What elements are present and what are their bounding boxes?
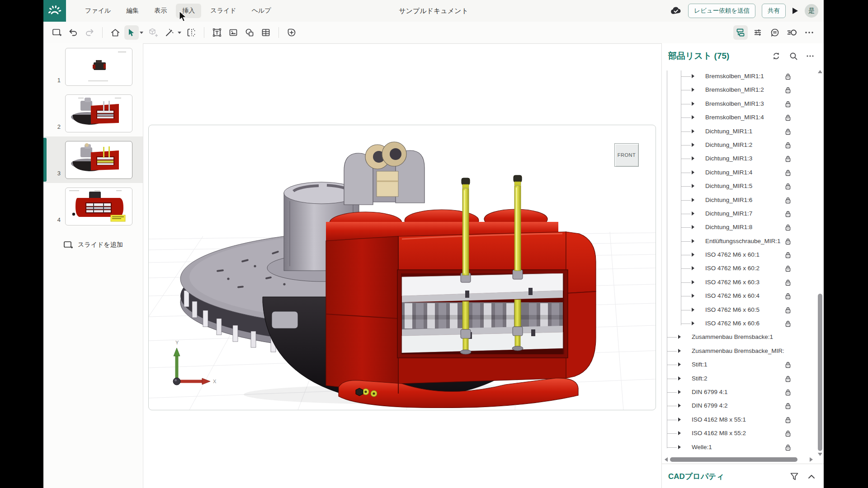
expand-arrow-icon[interactable]	[692, 129, 694, 133]
insert-3d-icon[interactable]	[146, 25, 160, 40]
parts-list-item[interactable]: ISO 4162 M8 x 55:1	[662, 413, 814, 427]
expand-arrow-icon[interactable]	[678, 404, 681, 408]
comment-add-icon[interactable]	[284, 25, 299, 40]
lock-icon[interactable]	[785, 417, 791, 423]
expand-arrow-icon[interactable]	[692, 211, 694, 216]
expand-arrow-icon[interactable]	[678, 431, 681, 435]
menu-item[interactable]: スライド	[204, 4, 242, 18]
expand-arrow-icon[interactable]	[692, 170, 694, 174]
parts-list-item[interactable]: ISO 4762 M6 x 60:3	[662, 276, 814, 289]
parts-list-item[interactable]: Zusammenbau Bremsbacke:1	[662, 330, 814, 344]
undo-icon[interactable]	[66, 25, 80, 40]
lock-icon[interactable]	[785, 211, 791, 217]
expand-arrow-icon[interactable]	[692, 294, 694, 298]
expand-arrow-icon[interactable]	[678, 349, 681, 353]
expand-arrow-icon[interactable]	[678, 418, 681, 422]
expand-arrow-icon[interactable]	[692, 143, 694, 147]
expand-arrow-icon[interactable]	[692, 266, 694, 270]
comments-icon[interactable]	[768, 25, 782, 40]
table-icon[interactable]	[259, 25, 273, 40]
lock-icon[interactable]	[785, 73, 791, 80]
expand-arrow-icon[interactable]	[678, 390, 681, 394]
parts-list-item[interactable]: Zusammenbau Bremsbacke_MIR:	[662, 344, 814, 358]
expand-arrow-icon[interactable]	[692, 225, 694, 229]
lock-icon[interactable]	[785, 155, 791, 162]
lock-icon[interactable]	[785, 169, 791, 176]
lock-icon[interactable]	[785, 375, 791, 382]
parts-list-item[interactable]: Dichtung_MIR1:4	[662, 166, 814, 179]
parts-list-item[interactable]: Bremskolben_MIR1:4	[662, 111, 814, 124]
parts-list-item[interactable]: ISO 4162 M8 x 55:2	[662, 427, 814, 440]
expand-arrow-icon[interactable]	[678, 362, 681, 366]
present-play-icon[interactable]	[792, 7, 798, 14]
slide-row-2[interactable]: 2	[43, 90, 143, 136]
slide-thumbnail[interactable]	[65, 188, 132, 225]
lock-icon[interactable]	[785, 101, 791, 108]
parts-list-item[interactable]: Dichtung_MIR1:1	[662, 125, 814, 138]
parts-list-item[interactable]: Dichtung_MIR1:8	[662, 221, 814, 234]
lock-icon[interactable]	[785, 293, 791, 300]
expand-arrow-icon[interactable]	[678, 376, 681, 380]
slide-row-3-selected[interactable]: 3	[43, 136, 143, 183]
expand-arrow-icon[interactable]	[692, 184, 694, 188]
expand-arrow-icon[interactable]	[692, 198, 694, 202]
parts-list-item[interactable]: Entlüftungsschraube_MIR:1	[662, 235, 814, 248]
expand-arrow-icon[interactable]	[692, 308, 694, 312]
lock-icon[interactable]	[785, 403, 791, 409]
image-icon[interactable]	[226, 25, 241, 40]
lock-icon[interactable]	[785, 430, 791, 437]
menu-item[interactable]: ファイル	[79, 4, 117, 18]
parts-list-item[interactable]: Bremskolben_MIR1:1	[662, 70, 814, 83]
lock-icon[interactable]	[785, 444, 791, 451]
more-icon[interactable]	[802, 25, 816, 40]
search-icon[interactable]	[789, 52, 797, 60]
scroll-left-icon[interactable]	[664, 457, 668, 462]
horizontal-scroll-thumb[interactable]	[670, 457, 797, 462]
tune-icon[interactable]	[750, 25, 765, 40]
shape-icon[interactable]	[242, 25, 257, 40]
home-icon[interactable]	[108, 25, 123, 40]
menu-item[interactable]: 挿入	[176, 4, 201, 18]
lock-icon[interactable]	[785, 197, 791, 204]
filter-funnel-icon[interactable]	[790, 473, 798, 480]
lock-icon[interactable]	[785, 224, 791, 231]
select-tool-dropdown-icon[interactable]	[139, 25, 144, 40]
parts-list-item[interactable]: ISO 4762 M6 x 60:4	[662, 289, 814, 303]
expand-arrow-icon[interactable]	[692, 239, 694, 243]
lock-icon[interactable]	[785, 87, 791, 94]
magic-wand-icon[interactable]	[162, 25, 177, 40]
add-slide-icon[interactable]	[50, 25, 64, 40]
motion-study-icon[interactable]	[785, 25, 799, 40]
menu-item[interactable]: ヘルプ	[245, 4, 278, 18]
parts-list-item[interactable]: Welle:1	[662, 441, 814, 454]
expand-arrow-icon[interactable]	[692, 280, 694, 284]
vertical-scroll-thumb[interactable]	[818, 294, 822, 451]
scroll-up-icon[interactable]	[817, 70, 823, 74]
slide-canvas[interactable]: Y X FRONT	[148, 125, 656, 410]
parts-list-item[interactable]: Dichtung_MIR1:6	[662, 193, 814, 207]
parts-tree-icon[interactable]	[733, 25, 748, 40]
expand-arrow-icon[interactable]	[692, 321, 694, 325]
app-logo[interactable]	[43, 0, 66, 22]
lock-icon[interactable]	[785, 265, 791, 272]
expand-arrow-icon[interactable]	[692, 102, 694, 106]
lock-icon[interactable]	[785, 361, 791, 368]
more-icon[interactable]	[807, 55, 814, 57]
redo-icon[interactable]	[82, 25, 97, 40]
send-review-button[interactable]: レビュー依頼を送信	[688, 4, 755, 18]
lock-icon[interactable]	[785, 128, 791, 135]
slide-thumbnail[interactable]	[65, 94, 132, 132]
expand-arrow-icon[interactable]	[692, 74, 694, 78]
expand-arrow-icon[interactable]	[678, 445, 681, 449]
lock-icon[interactable]	[785, 252, 791, 258]
expand-arrow-icon[interactable]	[678, 335, 681, 339]
parts-list-item[interactable]: Dichtung_MIR1:7	[662, 207, 814, 221]
scroll-down-icon[interactable]	[817, 452, 823, 456]
parts-list-item[interactable]: ISO 4762 M6 x 60:2	[662, 262, 814, 275]
expand-arrow-icon[interactable]	[692, 156, 694, 160]
menu-item[interactable]: 表示	[148, 4, 173, 18]
add-slide-button[interactable]: スライドを追加	[63, 240, 123, 249]
parts-list-item[interactable]: Stift:2	[662, 372, 814, 385]
parts-list-item[interactable]: Bremskolben_MIR1:3	[662, 97, 814, 111]
lock-icon[interactable]	[785, 238, 791, 245]
